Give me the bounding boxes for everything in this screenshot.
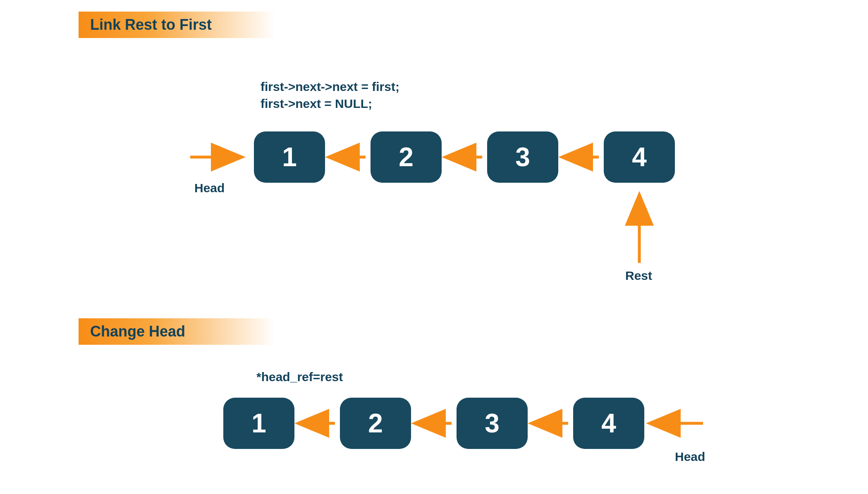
node-1: 1: [254, 131, 325, 183]
node-4-value: 4: [632, 142, 647, 172]
section1-code-line2: first->next = NULL;: [261, 97, 372, 110]
section2-header: Change Head: [79, 318, 285, 345]
node2-3: 3: [457, 398, 528, 449]
node-2: 2: [371, 131, 442, 183]
arrows-layer: [0, 0, 868, 494]
node-1-value: 1: [282, 142, 297, 172]
section1-code: first->next->next = first; first->next =…: [261, 79, 399, 112]
node2-4-value: 4: [601, 408, 616, 439]
node2-3-value: 3: [485, 408, 500, 439]
node2-2: 2: [340, 398, 411, 449]
section1-header: Link Rest to First: [79, 12, 285, 38]
node2-1-value: 1: [251, 408, 266, 439]
node-3: 3: [487, 131, 558, 183]
node-4: 4: [604, 131, 675, 183]
node2-1: 1: [223, 398, 294, 449]
section2-code: *head_ref=rest: [256, 369, 343, 386]
section1-code-line1: first->next->next = first;: [261, 80, 399, 93]
node-3-value: 3: [515, 142, 530, 172]
section2-title: Change Head: [90, 323, 185, 340]
section1-head-label: Head: [194, 181, 225, 195]
section2-head-label: Head: [675, 450, 705, 464]
section1-rest-label: Rest: [625, 269, 652, 283]
node-2-value: 2: [399, 142, 414, 172]
section1-title: Link Rest to First: [90, 16, 212, 33]
node2-4: 4: [573, 398, 644, 449]
node2-2-value: 2: [368, 408, 383, 439]
